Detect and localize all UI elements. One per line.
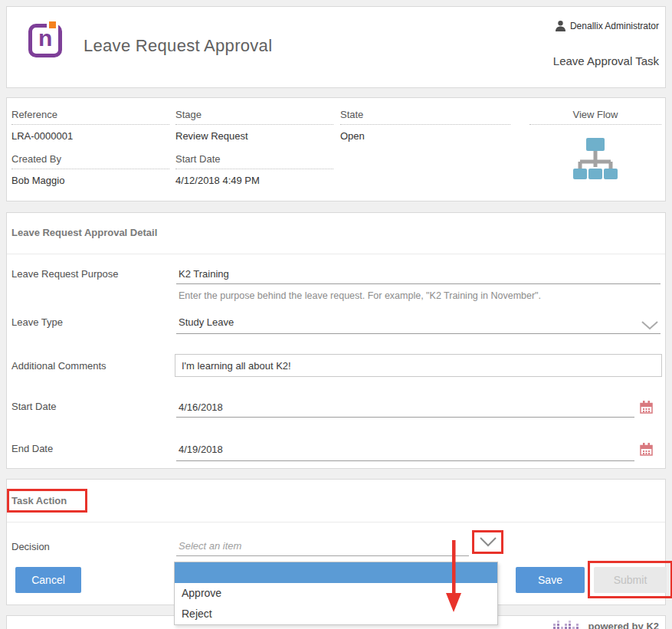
field-label: State bbox=[340, 109, 510, 125]
purpose-label: Leave Request Purpose bbox=[11, 268, 118, 280]
field-label: Reference bbox=[11, 109, 169, 125]
section-divider bbox=[7, 522, 665, 523]
workflow-info-panel: Reference LRA-0000001 Stage Review Reque… bbox=[6, 97, 666, 201]
purpose-helper-text: Enter the purpose behind the leave reque… bbox=[179, 290, 541, 301]
field-start-date-info: Start Date 4/12/2018 4:49 PM bbox=[175, 153, 333, 186]
start-date-input[interactable]: 4/16/2018 bbox=[176, 399, 634, 418]
start-date-value: 4/16/2018 bbox=[179, 399, 223, 416]
comments-value: I'm learning all about K2! bbox=[182, 360, 291, 372]
section-title-task-action: Task Action bbox=[11, 495, 67, 506]
end-date-calendar-icon[interactable] bbox=[640, 443, 653, 460]
leave-type-chevron-icon[interactable] bbox=[641, 320, 659, 333]
leave-type-dropdown[interactable]: Study Leave bbox=[176, 314, 661, 334]
view-flow-icon bbox=[573, 138, 618, 181]
end-date-label: End Date bbox=[11, 443, 53, 454]
start-date-calendar-icon[interactable] bbox=[640, 401, 653, 418]
user-icon bbox=[556, 21, 565, 31]
view-flow-label: View Flow bbox=[529, 109, 661, 125]
view-flow-header: View Flow bbox=[529, 109, 661, 125]
decision-placeholder: Select an item bbox=[179, 540, 241, 552]
save-button[interactable]: Save bbox=[516, 567, 585, 593]
leave-detail-panel: Leave Request Approval Detail Leave Requ… bbox=[6, 212, 666, 469]
view-flow-button[interactable] bbox=[529, 138, 661, 184]
field-value: Open bbox=[340, 130, 510, 142]
powered-by-text: powered by K2 bbox=[588, 620, 659, 629]
leave-type-value: Study Leave bbox=[179, 314, 234, 331]
field-value: 4/12/2018 4:49 PM bbox=[175, 175, 333, 186]
current-user[interactable]: Denallix Administrator bbox=[556, 21, 659, 31]
submit-button[interactable]: Submit bbox=[594, 567, 667, 593]
purpose-input[interactable]: K2 Training bbox=[176, 266, 661, 284]
user-name: Denallix Administrator bbox=[570, 21, 659, 31]
section-divider bbox=[7, 254, 665, 254]
annotation-arrow-down bbox=[445, 540, 462, 618]
decision-label: Decision bbox=[11, 541, 50, 552]
field-label: Stage bbox=[175, 109, 333, 125]
cancel-button[interactable]: Cancel bbox=[15, 567, 81, 593]
start-date-label: Start Date bbox=[11, 401, 57, 412]
field-state: State Open bbox=[340, 109, 510, 142]
field-label: Created By bbox=[11, 153, 169, 169]
field-value: Review Request bbox=[175, 130, 333, 142]
comments-label: Additional Comments bbox=[11, 360, 107, 372]
logo-orange-dot-icon bbox=[49, 21, 56, 28]
leave-type-label: Leave Type bbox=[11, 316, 63, 328]
page-title: Leave Request Approval bbox=[84, 36, 272, 56]
field-created-by: Created By Bob Maggio bbox=[11, 153, 169, 186]
field-value: LRA-0000001 bbox=[11, 130, 169, 142]
section-title-detail: Leave Request Approval Detail bbox=[11, 227, 157, 238]
purpose-value: K2 Training bbox=[179, 266, 229, 283]
nintex-logo-icon: n bbox=[28, 24, 62, 57]
header-panel: n Leave Request Approval Denallix Admini… bbox=[6, 6, 666, 88]
field-reference: Reference LRA-0000001 bbox=[11, 109, 169, 142]
comments-input[interactable]: I'm learning all about K2! bbox=[175, 354, 662, 377]
field-stage: Stage Review Request bbox=[175, 109, 333, 142]
k2-logo-icon bbox=[552, 620, 581, 629]
decision-dropdown[interactable]: Select an item bbox=[176, 538, 469, 556]
end-date-value: 4/19/2018 bbox=[179, 441, 223, 458]
task-name: Leave Approval Task bbox=[553, 54, 659, 67]
field-value: Bob Maggio bbox=[11, 175, 169, 186]
end-date-input[interactable]: 4/19/2018 bbox=[176, 441, 634, 461]
field-label: Start Date bbox=[175, 153, 333, 169]
decision-chevron-icon[interactable] bbox=[478, 536, 498, 551]
